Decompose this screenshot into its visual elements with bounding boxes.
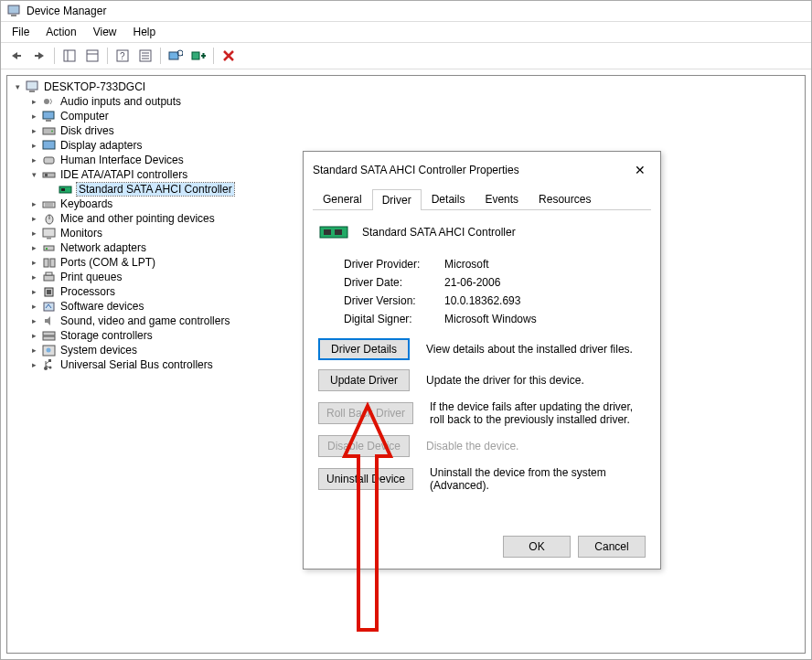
tree-category[interactable]: ▸Disk drives bbox=[29, 123, 803, 138]
close-icon[interactable]: ✕ bbox=[629, 159, 651, 181]
scan-hardware-icon[interactable] bbox=[166, 46, 186, 66]
chevron-right-icon[interactable]: ▸ bbox=[29, 97, 38, 106]
tree-category-label: Software devices bbox=[60, 300, 144, 313]
tab-resources[interactable]: Resources bbox=[529, 188, 601, 209]
keyboard-icon bbox=[42, 197, 57, 210]
tree-root-label: DESKTOP-733DGCI bbox=[44, 80, 145, 93]
driver-details-button[interactable]: Driver Details bbox=[318, 338, 410, 360]
svg-rect-3 bbox=[35, 55, 38, 57]
chevron-right-icon[interactable]: ▸ bbox=[29, 258, 38, 267]
monitor-icon bbox=[42, 227, 57, 240]
display-icon bbox=[42, 139, 57, 152]
tree-category-label: System devices bbox=[60, 344, 137, 357]
tree-category-label: Human Interface Devices bbox=[60, 154, 184, 166]
menu-view[interactable]: View bbox=[86, 24, 124, 40]
chevron-right-icon[interactable]: ▸ bbox=[29, 360, 38, 369]
chevron-right-icon[interactable]: ▸ bbox=[29, 346, 38, 355]
svg-rect-1 bbox=[11, 15, 16, 16]
storage-icon bbox=[42, 329, 57, 342]
driver-details-desc: View details about the installed driver … bbox=[426, 343, 646, 356]
window-title: Device Manager bbox=[27, 5, 106, 17]
sound-icon bbox=[42, 314, 57, 327]
chevron-right-icon[interactable]: ▸ bbox=[29, 112, 38, 121]
uninstall-device-button[interactable]: Uninstall Device bbox=[318, 468, 413, 490]
tree-root[interactable]: ▾ DESKTOP-733DGCI bbox=[13, 80, 803, 94]
back-icon[interactable] bbox=[6, 46, 27, 66]
menu-action[interactable]: Action bbox=[38, 24, 83, 40]
menubar: File Action View Help bbox=[1, 22, 811, 43]
cancel-button[interactable]: Cancel bbox=[578, 536, 646, 558]
mouse-icon bbox=[42, 212, 57, 225]
tree-category-label: Keyboards bbox=[60, 197, 112, 210]
chevron-right-icon[interactable]: ▸ bbox=[29, 126, 38, 135]
chevron-down-icon[interactable]: ▾ bbox=[29, 170, 38, 179]
titlebar: Device Manager bbox=[1, 1, 811, 22]
ok-button[interactable]: OK bbox=[503, 536, 571, 558]
tab-details[interactable]: Details bbox=[422, 188, 475, 209]
tree-category[interactable]: ▸Audio inputs and outputs bbox=[29, 94, 803, 109]
svg-rect-38 bbox=[44, 246, 54, 250]
date-value: 21-06-2006 bbox=[444, 276, 646, 289]
svg-point-50 bbox=[47, 348, 51, 353]
date-label: Driver Date: bbox=[344, 276, 444, 289]
svg-rect-19 bbox=[29, 90, 35, 92]
tree-category-label: Mice and other pointing devices bbox=[60, 212, 215, 225]
roll-back-driver-button: Roll Back Driver bbox=[318, 402, 413, 424]
audio-icon bbox=[42, 95, 57, 108]
toolbar: ? bbox=[1, 43, 811, 69]
svg-rect-17 bbox=[192, 52, 199, 59]
chevron-right-icon[interactable]: ▸ bbox=[29, 141, 38, 150]
menu-file[interactable]: File bbox=[5, 24, 37, 40]
signer-value: Microsoft Windows bbox=[444, 313, 646, 325]
svg-rect-14 bbox=[169, 52, 178, 59]
roll-back-driver-desc: If the device fails after updating the d… bbox=[430, 400, 646, 426]
help-toolbar-icon[interactable]: ? bbox=[112, 46, 133, 66]
svg-rect-55 bbox=[324, 229, 331, 235]
svg-rect-39 bbox=[46, 248, 48, 250]
chevron-down-icon[interactable]: ▾ bbox=[13, 82, 22, 91]
forward-icon[interactable] bbox=[29, 46, 49, 66]
print-icon bbox=[42, 271, 57, 283]
toolbar-divider bbox=[160, 48, 161, 64]
chevron-right-icon[interactable]: ▸ bbox=[29, 316, 38, 325]
tree-category-label: Ports (COM & LPT) bbox=[60, 256, 155, 269]
chevron-right-icon[interactable]: ▸ bbox=[29, 214, 38, 223]
tab-general[interactable]: General bbox=[313, 188, 372, 209]
properties-icon[interactable] bbox=[82, 46, 102, 66]
tree-category-label: Storage controllers bbox=[60, 329, 153, 342]
chevron-right-icon[interactable]: ▸ bbox=[29, 229, 38, 238]
add-legacy-icon[interactable] bbox=[188, 46, 208, 66]
list-icon[interactable] bbox=[135, 46, 155, 66]
svg-rect-18 bbox=[27, 81, 37, 90]
chevron-right-icon[interactable]: ▸ bbox=[29, 302, 38, 311]
show-hide-tree-icon[interactable] bbox=[59, 46, 80, 66]
tab-events[interactable]: Events bbox=[475, 188, 529, 209]
svg-rect-22 bbox=[46, 120, 51, 122]
chevron-right-icon[interactable]: ▸ bbox=[29, 199, 38, 208]
tab-driver[interactable]: Driver bbox=[372, 189, 422, 210]
tree-device-label: Standard SATA AHCI Controller bbox=[77, 183, 234, 196]
toolbar-divider bbox=[54, 48, 55, 64]
tree-category-label: Display adapters bbox=[60, 139, 142, 152]
svg-point-24 bbox=[51, 131, 53, 133]
uninstall-toolbar-icon[interactable] bbox=[219, 46, 239, 66]
svg-rect-36 bbox=[43, 229, 55, 237]
tree-category[interactable]: ▸Computer bbox=[29, 109, 803, 123]
svg-rect-6 bbox=[87, 50, 98, 61]
svg-rect-43 bbox=[46, 272, 52, 275]
chevron-right-icon[interactable]: ▸ bbox=[29, 155, 38, 165]
svg-rect-48 bbox=[43, 336, 55, 340]
svg-rect-4 bbox=[64, 50, 75, 61]
svg-rect-52 bbox=[48, 359, 51, 362]
chevron-right-icon[interactable]: ▸ bbox=[29, 287, 38, 296]
cpu-icon bbox=[42, 285, 57, 298]
chevron-right-icon[interactable]: ▸ bbox=[29, 331, 38, 340]
update-driver-button[interactable]: Update Driver bbox=[318, 369, 410, 391]
menu-help[interactable]: Help bbox=[126, 24, 164, 40]
dialog-body: Standard SATA AHCI Controller Driver Pro… bbox=[304, 210, 660, 525]
chevron-right-icon[interactable]: ▸ bbox=[29, 243, 38, 252]
tree-category-label: Monitors bbox=[60, 227, 102, 240]
svg-rect-30 bbox=[61, 188, 65, 191]
hid-icon bbox=[42, 154, 57, 166]
chevron-right-icon[interactable]: ▸ bbox=[29, 272, 38, 282]
